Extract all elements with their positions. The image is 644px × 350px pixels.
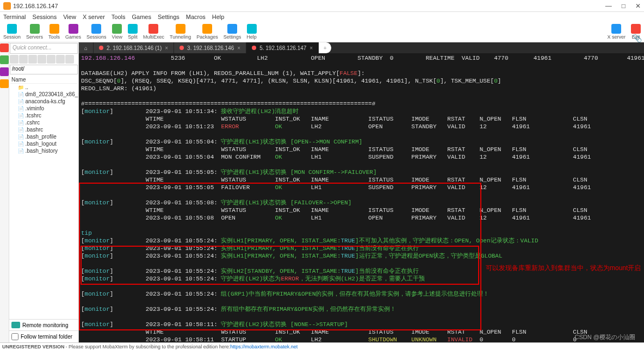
remote-monitoring-label: Remote monitoring bbox=[22, 322, 68, 328]
tool-x-server[interactable]: X server bbox=[607, 24, 626, 40]
tool-packages[interactable]: Packages bbox=[196, 24, 218, 40]
multiexec-icon bbox=[148, 24, 158, 34]
status-text: - Please support MobaXterm by subscribin… bbox=[66, 344, 231, 349]
main-area: Quick connect... /root/ Name ..dm8_20230… bbox=[0, 42, 644, 342]
remote-monitoring[interactable]: Remote monitoring bbox=[9, 319, 78, 330]
tab-3[interactable]: 3. 192.168.126.146× bbox=[174, 42, 246, 53]
follow-terminal-label: Follow terminal folder bbox=[21, 334, 72, 340]
path-icon-5[interactable] bbox=[47, 55, 55, 64]
terminal-area: ⌂ 2. 192.168.126.146 (1)× 3. 192.168.126… bbox=[79, 42, 644, 342]
tool-multiexec[interactable]: MultiExec bbox=[143, 24, 164, 40]
terminal-content[interactable]: 192.168.126.146 5236 OK LH2 OPEN STANDBY… bbox=[79, 53, 644, 342]
toolbar: SessionServersToolsGamesSessionsViewSpli… bbox=[0, 22, 644, 42]
tab-2-label: 2. 192.168.126.146 (1) bbox=[107, 45, 162, 51]
file-item[interactable]: .tcshrc bbox=[10, 112, 77, 119]
maximize-button[interactable]: □ bbox=[622, 2, 626, 10]
tool-session[interactable]: Session bbox=[3, 24, 21, 40]
tab-close-icon[interactable]: × bbox=[237, 45, 240, 51]
tool-games[interactable]: Games bbox=[65, 24, 81, 40]
status-dot-icon bbox=[99, 46, 103, 50]
tools-icon bbox=[49, 24, 59, 34]
close-button[interactable]: ✕ bbox=[635, 2, 641, 10]
tool-split[interactable]: Split bbox=[128, 24, 138, 40]
tool-settings[interactable]: Settings bbox=[224, 24, 242, 40]
path-toolbar bbox=[9, 54, 78, 64]
tool-servers[interactable]: Servers bbox=[26, 24, 43, 40]
path-icon-1[interactable] bbox=[10, 55, 18, 64]
exit-icon bbox=[631, 24, 641, 34]
status-dot-icon bbox=[252, 46, 256, 50]
tool-tools[interactable]: Tools bbox=[48, 24, 60, 40]
file-item[interactable]: dm8_20230418_x86_rh6_64.iso bbox=[10, 91, 77, 98]
status-link[interactable]: https://mobaxterm.mobatek.net bbox=[230, 344, 298, 349]
tab-3-label: 3. 192.168.126.146 bbox=[187, 45, 234, 51]
path-icon-2[interactable] bbox=[19, 55, 28, 64]
tab-close-icon[interactable]: × bbox=[165, 45, 168, 51]
tool-view[interactable]: View bbox=[112, 24, 122, 40]
file-item[interactable]: .cshrc bbox=[10, 119, 77, 126]
settings-icon bbox=[227, 24, 237, 34]
view-icon bbox=[112, 24, 122, 34]
menu-help[interactable]: Help bbox=[212, 14, 225, 20]
rail-icon-2[interactable] bbox=[0, 55, 9, 64]
path-icon-3[interactable] bbox=[28, 55, 37, 64]
watermark: CSDN @樱花の小汕圈 bbox=[575, 333, 635, 341]
tab-5-label: 5. 192.168.126.147 bbox=[259, 45, 306, 51]
menu-bar: Terminal Sessions View X server Tools Ga… bbox=[0, 12, 644, 22]
menu-tools[interactable]: Tools bbox=[112, 14, 126, 20]
help-icon bbox=[247, 24, 257, 34]
follow-terminal-checkbox[interactable] bbox=[11, 333, 18, 340]
packages-icon bbox=[202, 24, 212, 34]
menu-macros[interactable]: Macros bbox=[186, 14, 206, 20]
rail-icon-3[interactable] bbox=[0, 67, 9, 76]
annotation-text: 可以发现备库重新加入到集群当中，状态为mount开启 bbox=[486, 264, 641, 272]
minimize-button[interactable]: — bbox=[605, 2, 612, 10]
tab-new[interactable]: + bbox=[319, 42, 332, 53]
tunneling-icon bbox=[176, 24, 185, 34]
file-item[interactable]: anaconda-ks.cfg bbox=[10, 98, 77, 105]
menu-sessions[interactable]: Sessions bbox=[33, 14, 57, 20]
path-icon-4[interactable] bbox=[38, 55, 46, 64]
file-item[interactable]: .bash_history bbox=[10, 147, 77, 154]
status-bar: UNREGISTERED VERSION - Please support Mo… bbox=[0, 342, 644, 350]
file-item[interactable]: .. bbox=[10, 84, 77, 91]
monitor-icon bbox=[11, 322, 20, 328]
file-item[interactable]: .bash_logout bbox=[10, 140, 77, 147]
follow-terminal-row[interactable]: Follow terminal folder bbox=[9, 330, 78, 342]
file-item[interactable]: .bashrc bbox=[10, 126, 77, 133]
file-item[interactable]: .viminfo bbox=[10, 105, 77, 112]
x server-icon bbox=[611, 24, 621, 34]
tool-help[interactable]: Help bbox=[246, 24, 257, 40]
file-header[interactable]: Name bbox=[10, 76, 77, 84]
file-tree: Name ..dm8_20230418_x86_rh6_64.isoanacon… bbox=[9, 75, 78, 319]
path-field[interactable]: /root/ bbox=[10, 65, 78, 74]
games-icon bbox=[69, 24, 78, 34]
tab-5[interactable]: 5. 192.168.126.147× bbox=[246, 42, 319, 53]
menu-games[interactable]: Games bbox=[132, 14, 151, 20]
terminal-tabs: ⌂ 2. 192.168.126.146 (1)× 3. 192.168.126… bbox=[79, 42, 644, 53]
session-icon bbox=[7, 24, 17, 34]
sessions-icon bbox=[91, 24, 101, 34]
title-bar: 192.168.126.147 — □ ✕ bbox=[0, 0, 644, 12]
path-icon-6[interactable] bbox=[56, 55, 65, 64]
menu-terminal[interactable]: Terminal bbox=[3, 14, 26, 20]
window-title: 192.168.126.147 bbox=[13, 3, 605, 9]
sidebar-rail bbox=[0, 42, 9, 342]
paperclip-icon[interactable]: 📎 bbox=[633, 34, 642, 42]
tool-sessions[interactable]: Sessions bbox=[86, 24, 107, 40]
home-icon: ⌂ bbox=[84, 45, 88, 51]
tab-2[interactable]: 2. 192.168.126.146 (1)× bbox=[94, 42, 174, 53]
left-panel: Quick connect... /root/ Name ..dm8_20230… bbox=[9, 42, 79, 342]
tab-home[interactable]: ⌂ bbox=[79, 42, 94, 53]
rail-icon-4[interactable] bbox=[0, 79, 9, 88]
file-item[interactable]: .bash_profile bbox=[10, 133, 77, 140]
menu-settings[interactable]: Settings bbox=[158, 14, 179, 20]
status-dot-icon bbox=[179, 46, 184, 50]
rail-icon-1[interactable] bbox=[0, 43, 9, 52]
quick-connect-input[interactable]: Quick connect... bbox=[10, 43, 78, 54]
tool-tunneling[interactable]: Tunneling bbox=[170, 24, 191, 40]
path-icon-7[interactable] bbox=[65, 55, 74, 64]
menu-xserver[interactable]: X server bbox=[83, 14, 105, 20]
tab-close-icon[interactable]: × bbox=[309, 45, 313, 51]
menu-view[interactable]: View bbox=[63, 14, 76, 20]
